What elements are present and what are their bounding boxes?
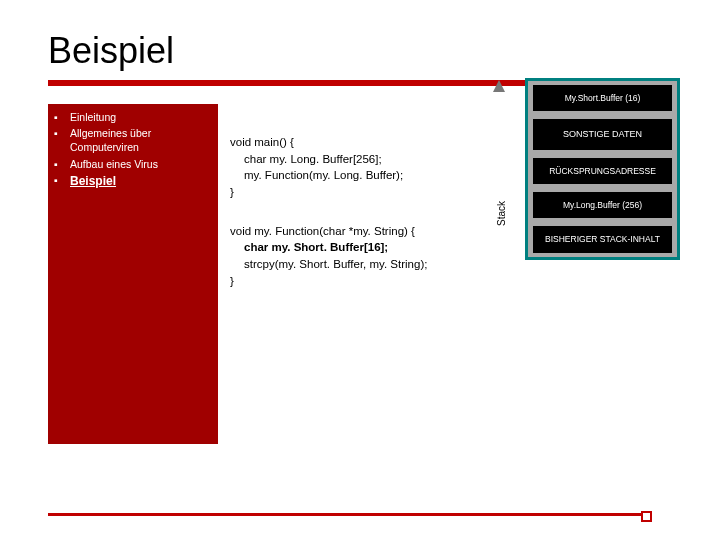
- code-line: char my. Short. Buffer[16];: [230, 239, 489, 256]
- arrow-head-icon: [493, 80, 505, 92]
- footer-rule: [48, 513, 646, 516]
- stack-box: BISHERIGER STACK-INHALT: [533, 226, 672, 252]
- stack-box: My.Short.Buffer (16): [533, 85, 672, 111]
- slide-title: Beispiel: [48, 30, 680, 72]
- stack-arrow: [493, 78, 505, 92]
- stack-diagram: My.Short.Buffer (16) SONSTIGE DATEN RÜCK…: [525, 78, 680, 260]
- stack-box: SONSTIGE DATEN: [533, 119, 672, 150]
- footer-square-icon: [641, 511, 652, 522]
- code-line: void main() {: [230, 136, 294, 148]
- bullet-icon: ▪: [54, 173, 64, 187]
- stack-axis-label: Stack: [496, 201, 507, 226]
- code-line: my. Function(my. Long. Buffer);: [230, 167, 489, 184]
- code-area: void main() { char my. Long. Buffer[256]…: [218, 104, 493, 311]
- stack-box: My.Long.Buffer (256): [533, 192, 672, 218]
- bullet-icon: ▪: [54, 110, 64, 124]
- nav-item-active: ▪ Beispiel: [54, 173, 212, 189]
- nav-item-label: Beispiel: [70, 174, 116, 188]
- code-line: void my. Function(char *my. String) {: [230, 225, 415, 237]
- nav-sidebar: ▪ Einleitung ▪ Allgemeines über Computer…: [48, 104, 218, 444]
- code-line: }: [230, 186, 234, 198]
- code-line: }: [230, 275, 234, 287]
- bullet-icon: ▪: [54, 126, 64, 140]
- nav-item-label: Allgemeines über Computerviren: [70, 127, 151, 153]
- code-block-func: void my. Function(char *my. String) { ch…: [230, 223, 489, 290]
- code-block-main: void main() { char my. Long. Buffer[256]…: [230, 134, 489, 201]
- code-line: char my. Long. Buffer[256];: [230, 151, 489, 168]
- stack-box: RÜCKSPRUNGSADRESSE: [533, 158, 672, 184]
- nav-item: ▪ Allgemeines über Computerviren: [54, 126, 212, 154]
- code-line: strcpy(my. Short. Buffer, my. String);: [230, 256, 489, 273]
- bullet-icon: ▪: [54, 157, 64, 171]
- nav-item-label: Aufbau eines Virus: [70, 158, 158, 170]
- nav-item-label: Einleitung: [70, 111, 116, 123]
- nav-item: ▪ Einleitung: [54, 110, 212, 124]
- nav-item: ▪ Aufbau eines Virus: [54, 157, 212, 171]
